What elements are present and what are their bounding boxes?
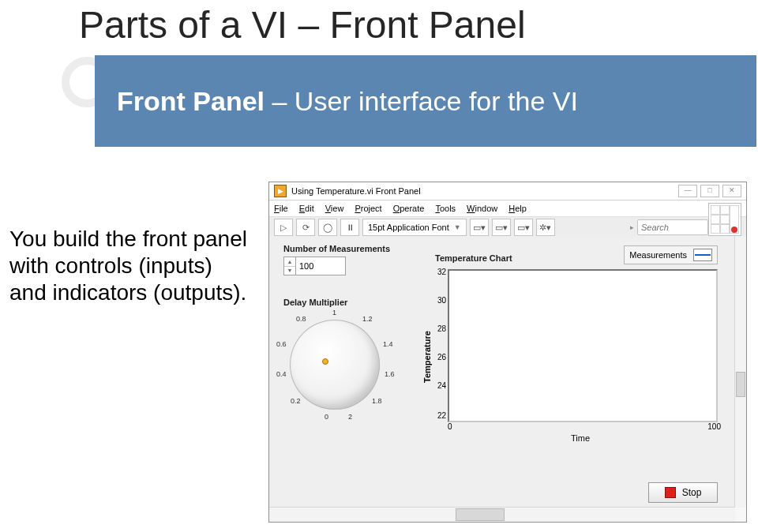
menu-file[interactable]: File bbox=[274, 204, 288, 213]
ytick-26: 26 bbox=[430, 353, 446, 362]
maximize-button[interactable]: □ bbox=[700, 185, 719, 197]
menu-help[interactable]: Help bbox=[508, 204, 527, 213]
num-measurements-value[interactable]: 100 bbox=[296, 257, 346, 275]
horizontal-scrollbar[interactable] bbox=[269, 507, 735, 522]
legend-label: Measurements bbox=[629, 250, 687, 260]
chart-legend[interactable]: Measurements bbox=[624, 245, 718, 264]
scroll-thumb[interactable] bbox=[736, 372, 745, 397]
dial-tick-12: 1.2 bbox=[362, 315, 373, 323]
stop-button[interactable]: Stop bbox=[648, 482, 718, 503]
scroll-thumb[interactable] bbox=[456, 508, 505, 521]
dial-pointer bbox=[322, 358, 328, 365]
window-title: Using Temperature.vi Front Panel bbox=[291, 186, 675, 196]
dial-tick-02: 0.2 bbox=[291, 397, 301, 405]
spinner-icon[interactable]: ▲▼ bbox=[283, 257, 296, 275]
dial-tick-1: 1 bbox=[332, 309, 336, 317]
banner-term: Front Panel bbox=[117, 86, 265, 116]
menu-bar: File Edit View Project Operate Tools Win… bbox=[269, 200, 746, 217]
slide-title: Parts of a VI – Front Panel bbox=[79, 3, 526, 47]
num-measurements-control[interactable]: ▲▼ 100 bbox=[283, 257, 346, 275]
dial-tick-16: 1.6 bbox=[385, 370, 395, 378]
toolbar: ▷ ⟳ ◯ ⏸ 15pt Application Font ▼ ▭▾ ▭▾ ▭▾… bbox=[269, 217, 746, 238]
dial-tick-08: 0.8 bbox=[296, 315, 306, 323]
definition-banner: Front Panel – User interface for the VI bbox=[95, 55, 756, 147]
window-titlebar[interactable]: ▶ Using Temperature.vi Front Panel — □ ✕ bbox=[269, 182, 746, 200]
chevron-right-icon: ▸ bbox=[630, 223, 634, 231]
thermometer-icon bbox=[730, 205, 739, 234]
run-continuous-button[interactable]: ⟳ bbox=[296, 219, 315, 236]
ytick-28: 28 bbox=[430, 324, 446, 333]
ytick-22: 22 bbox=[430, 411, 446, 420]
menu-window[interactable]: Window bbox=[467, 204, 497, 213]
menu-tools[interactable]: Tools bbox=[435, 204, 456, 213]
stop-icon bbox=[665, 487, 676, 498]
front-panel[interactable]: Number of Measurements ▲▼ 100 Delay Mult… bbox=[269, 236, 735, 508]
font-selector[interactable]: 15pt Application Font ▼ bbox=[362, 219, 467, 236]
minimize-button[interactable]: — bbox=[678, 185, 697, 197]
run-button[interactable]: ▷ bbox=[274, 219, 293, 236]
xtick-100: 100 bbox=[707, 422, 721, 431]
dial-tick-04: 0.4 bbox=[276, 370, 287, 378]
ytick-32: 32 bbox=[430, 268, 446, 276]
dial-tick-2: 2 bbox=[348, 413, 352, 421]
close-button[interactable]: ✕ bbox=[722, 185, 741, 197]
pause-button[interactable]: ⏸ bbox=[340, 219, 359, 236]
menu-operate[interactable]: Operate bbox=[393, 204, 425, 213]
temperature-chart[interactable]: 32 30 28 26 24 22 0 100 bbox=[448, 269, 718, 422]
menu-view[interactable]: View bbox=[325, 204, 344, 213]
banner-rest: – User interface for the VI bbox=[265, 86, 578, 116]
menu-edit[interactable]: Edit bbox=[299, 204, 314, 213]
menu-project[interactable]: Project bbox=[355, 204, 381, 213]
abort-button[interactable]: ◯ bbox=[318, 219, 337, 236]
delay-multiplier-dial[interactable] bbox=[290, 320, 380, 410]
stop-label: Stop bbox=[682, 487, 702, 498]
ytick-30: 30 bbox=[430, 296, 446, 305]
body-text: You build the front panel with controls … bbox=[9, 226, 254, 306]
num-measurements-label: Number of Measurements bbox=[283, 244, 390, 253]
resize-button[interactable]: ▭▾ bbox=[514, 219, 533, 236]
delay-multiplier-label: Delay Multiplier bbox=[283, 298, 347, 307]
vi-icon-connector[interactable] bbox=[708, 203, 741, 236]
dial-tick-18: 1.8 bbox=[372, 397, 382, 405]
chevron-down-icon: ▼ bbox=[454, 223, 461, 231]
labview-window: ▶ Using Temperature.vi Front Panel — □ ✕… bbox=[268, 182, 747, 523]
chart-title: Temperature Chart bbox=[435, 253, 512, 263]
chart-xlabel: Time bbox=[571, 433, 590, 443]
dial-tick-14: 1.4 bbox=[383, 340, 393, 348]
app-icon: ▶ bbox=[274, 185, 287, 197]
dial-tick-0: 0 bbox=[325, 413, 328, 421]
ytick-24: 24 bbox=[430, 381, 446, 390]
distribute-button[interactable]: ▭▾ bbox=[492, 219, 511, 236]
reorder-button[interactable]: ✲▾ bbox=[536, 219, 555, 236]
font-label: 15pt Application Font bbox=[368, 223, 449, 232]
vertical-scrollbar[interactable] bbox=[734, 236, 746, 508]
chart-ylabel: Temperature bbox=[422, 331, 432, 383]
dial-tick-06: 0.6 bbox=[276, 340, 287, 348]
search-input[interactable] bbox=[637, 219, 708, 235]
legend-swatch bbox=[693, 249, 712, 261]
slide: Parts of a VI – Front Panel Front Panel … bbox=[0, 0, 758, 532]
align-button[interactable]: ▭▾ bbox=[470, 219, 489, 236]
xtick-0: 0 bbox=[448, 422, 452, 431]
